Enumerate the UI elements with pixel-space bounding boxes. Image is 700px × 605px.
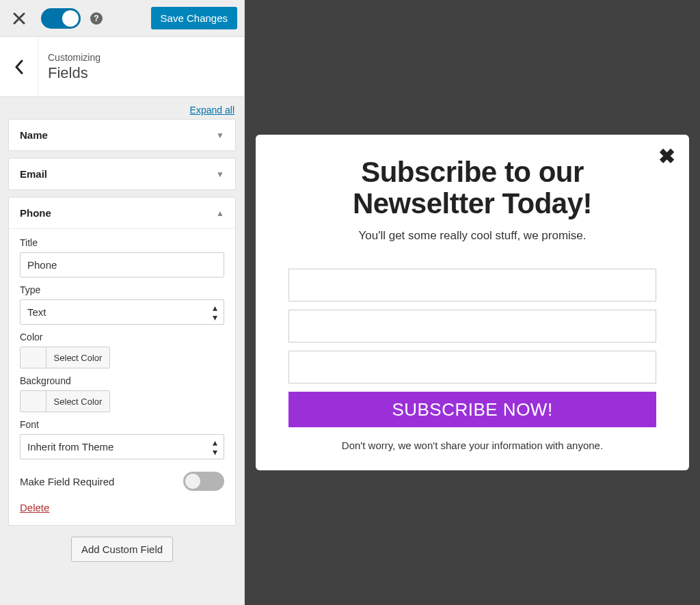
section-eyebrow: Customizing <box>48 52 100 63</box>
fields-list: Name ▼ Email ▼ Phone ▲ Title Type <box>0 119 244 605</box>
close-icon[interactable] <box>7 6 31 31</box>
color-swatch <box>21 347 46 368</box>
accordion-label: Name <box>20 129 48 141</box>
font-select[interactable]: Inherit from Theme <box>20 434 224 459</box>
background-label: Background <box>20 375 224 386</box>
accordion-toggle-phone[interactable]: Phone ▲ <box>9 198 235 228</box>
font-label: Font <box>20 419 224 430</box>
chevron-up-icon: ▲ <box>216 209 224 218</box>
close-icon[interactable]: ✖ <box>658 144 675 168</box>
popup-subtitle: You'll get some really cool stuff, we pr… <box>288 229 656 243</box>
topbar: ? Save Changes <box>0 0 244 37</box>
popup-input-2[interactable] <box>288 310 656 342</box>
customizer-sidebar: ? Save Changes Customizing Fields Expand… <box>0 0 245 605</box>
chevron-down-icon: ▼ <box>216 131 224 140</box>
publish-toggle[interactable] <box>41 8 81 29</box>
field-item-name: Name ▼ <box>8 119 236 151</box>
popup-input-3[interactable] <box>288 351 656 384</box>
save-button[interactable]: Save Changes <box>151 7 237 29</box>
field-item-email: Email ▼ <box>8 158 236 190</box>
subscribe-popup: ✖ Subscribe to our Newseltter Today! You… <box>256 135 689 470</box>
field-item-phone: Phone ▲ Title Type Text ▴▾ Color <box>8 197 236 526</box>
accordion-toggle-email[interactable]: Email ▼ <box>9 159 235 189</box>
type-select[interactable]: Text <box>20 299 224 325</box>
help-icon[interactable]: ? <box>90 12 103 25</box>
select-color-button[interactable]: Select Color <box>46 347 109 368</box>
accordion-label: Email <box>20 168 47 180</box>
popup-disclaimer: Don't worry, we won't share your informa… <box>288 440 656 451</box>
required-label: Make Field Required <box>20 476 114 487</box>
color-label: Color <box>20 332 224 342</box>
chevron-down-icon: ▼ <box>216 170 224 179</box>
section-header: Customizing Fields <box>0 37 244 97</box>
popup-input-1[interactable] <box>288 269 656 301</box>
preview-area: ✖ Subscribe to our Newseltter Today! You… <box>245 0 700 605</box>
delete-link[interactable]: Delete <box>20 502 49 513</box>
expand-all-link[interactable]: Expand all <box>190 105 234 116</box>
background-picker[interactable]: Select Color <box>20 390 110 412</box>
type-label: Type <box>20 284 224 295</box>
title-input[interactable] <box>20 252 224 278</box>
popup-title: Subscribe to our Newseltter Today! <box>288 157 656 219</box>
color-swatch <box>21 391 46 412</box>
color-picker[interactable]: Select Color <box>20 347 110 368</box>
select-color-button[interactable]: Select Color <box>46 391 109 412</box>
accordion-toggle-name[interactable]: Name ▼ <box>9 120 235 150</box>
required-toggle[interactable] <box>183 472 224 491</box>
add-custom-field-button[interactable]: Add Custom Field <box>71 537 173 562</box>
phone-panel: Title Type Text ▴▾ Color Select Color <box>9 228 235 525</box>
page-title: Fields <box>48 64 100 82</box>
subscribe-button[interactable]: SUBSCRIBE NOW! <box>288 392 656 427</box>
accordion-label: Phone <box>20 207 51 219</box>
title-label: Title <box>20 237 224 248</box>
back-icon[interactable] <box>0 37 38 96</box>
